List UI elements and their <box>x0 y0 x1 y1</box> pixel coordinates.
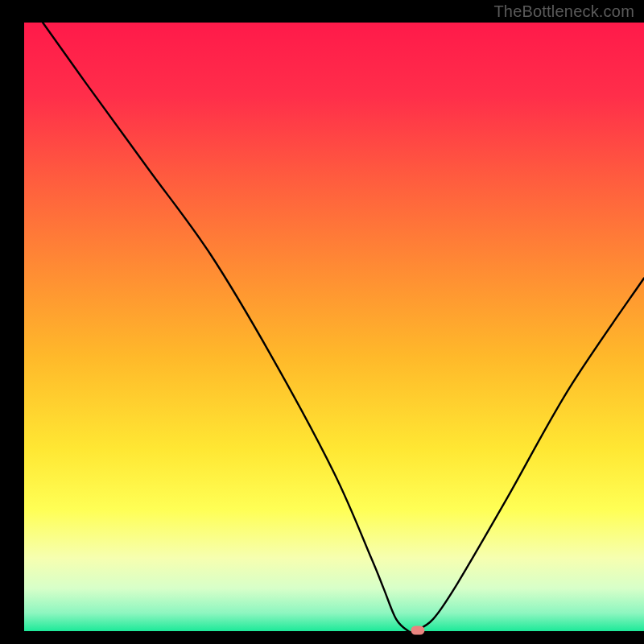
chart-container: TheBottleneck.com <box>0 0 644 644</box>
bottleneck-chart <box>0 0 644 644</box>
watermark-text: TheBottleneck.com <box>493 2 634 21</box>
plot-background <box>24 23 644 631</box>
optimal-marker <box>411 626 424 635</box>
